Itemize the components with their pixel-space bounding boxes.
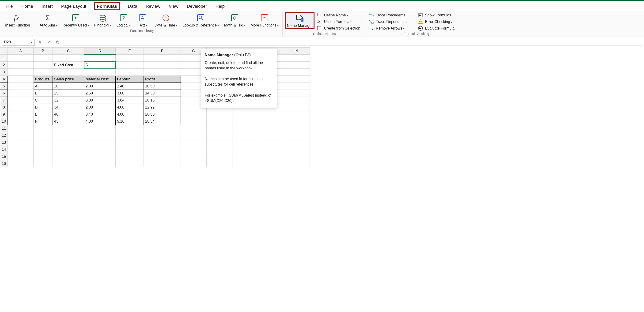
trace-dependents-button[interactable]: Trace Dependents [369, 19, 416, 24]
tab-home[interactable]: Home [20, 2, 34, 10]
cell[interactable]: 3.40 [84, 111, 116, 118]
cancel-icon[interactable]: ✕ [37, 40, 44, 45]
cell[interactable]: Profit [144, 76, 181, 83]
row-header[interactable]: 10 [0, 118, 8, 125]
cell[interactable]: B [34, 90, 53, 97]
cell[interactable]: 2.50 [84, 90, 116, 97]
cell[interactable]: 10.60 [144, 83, 181, 90]
row-header[interactable]: 6 [0, 90, 8, 97]
text-button[interactable]: A Text [134, 12, 151, 28]
row-header[interactable]: 12 [0, 132, 8, 139]
row-header[interactable]: 4 [0, 76, 8, 83]
cell[interactable]: Labour [116, 76, 144, 83]
row-header[interactable]: 2 [0, 62, 8, 69]
fx-icon-bar[interactable]: fx [54, 40, 60, 45]
cell[interactable]: 5 [84, 62, 116, 69]
cell[interactable]: 2.00 [84, 104, 116, 111]
tab-insert[interactable]: Insert [40, 2, 54, 10]
cell[interactable]: D [34, 104, 53, 111]
row-header[interactable]: 15 [0, 153, 8, 160]
cell[interactable]: 20 [53, 83, 84, 90]
enter-icon[interactable]: ✓ [46, 40, 52, 45]
cell[interactable]: 2.00 [84, 83, 116, 90]
cell[interactable]: 5.16 [116, 118, 144, 125]
create-from-selection-button[interactable]: Create from Selection [317, 26, 364, 31]
col-header[interactable]: A [8, 47, 34, 55]
evaluate-formula-button[interactable]: fxEvaluate Formula [418, 26, 465, 31]
more-functions-button[interactable]: More Functions [249, 12, 280, 28]
cell[interactable]: 32 [53, 97, 84, 104]
cell[interactable]: 26.80 [144, 111, 181, 118]
tab-review[interactable]: Review [145, 2, 161, 10]
define-name-button[interactable]: Define Name [317, 13, 364, 18]
row-header[interactable]: 5 [0, 83, 8, 90]
col-header[interactable]: E [116, 47, 144, 55]
row-header[interactable]: 3 [0, 69, 8, 76]
cell[interactable]: Fixed Cost [53, 62, 84, 69]
col-header[interactable]: D [84, 47, 116, 55]
cell[interactable]: 25 [53, 90, 84, 97]
cell[interactable]: C [34, 97, 53, 104]
row-header[interactable]: 14 [0, 146, 8, 153]
row-header[interactable]: 11 [0, 125, 8, 132]
financial-button[interactable]: Financial [93, 12, 112, 28]
cell[interactable]: 4.80 [116, 111, 144, 118]
insert-function-button[interactable]: fx Insert Function [4, 12, 32, 28]
cell[interactable]: Sales price [53, 76, 84, 83]
cell[interactable]: 14.50 [144, 90, 181, 97]
cell[interactable]: 40 [53, 111, 84, 118]
tab-formulas[interactable]: Formulas [94, 2, 120, 10]
group-label-formula-auditing: Formula Auditing [404, 31, 429, 37]
lookup-reference-button[interactable]: Lookup & Reference [181, 12, 220, 28]
col-header[interactable]: B [34, 47, 53, 55]
math-trig-button[interactable]: θ Math & Trig [222, 12, 247, 28]
row-header[interactable]: 9 [0, 111, 8, 118]
cell[interactable]: 22.92 [144, 104, 181, 111]
svg-text:!: ! [420, 21, 421, 23]
tab-help[interactable]: Help [214, 2, 226, 10]
tab-data[interactable]: Data [127, 2, 138, 10]
cell[interactable]: F [34, 118, 53, 125]
row-header[interactable]: 16 [0, 160, 8, 167]
trace-precedents-button[interactable]: Trace Precedents [369, 13, 416, 18]
tab-developer[interactable]: Developer [186, 2, 208, 10]
cell[interactable]: Material cost [84, 76, 116, 83]
star-book-icon: ★ [69, 13, 82, 22]
name-manager-button[interactable]: Name Manager [285, 12, 314, 29]
cell[interactable]: 2.40 [116, 83, 144, 90]
error-checking-button[interactable]: !Error Checking [418, 19, 465, 24]
tab-file[interactable]: File [5, 2, 14, 10]
cell[interactable]: Product [34, 76, 53, 83]
cell[interactable]: 4.30 [84, 118, 116, 125]
cell[interactable]: 34 [53, 104, 84, 111]
col-header[interactable]: F [144, 47, 181, 55]
show-formulas-button[interactable]: fxShow Formulas [418, 13, 465, 18]
cell[interactable]: 3.84 [116, 97, 144, 104]
cell[interactable]: 20.16 [144, 97, 181, 104]
row-header[interactable]: 8 [0, 104, 8, 111]
cell[interactable]: 28.54 [144, 118, 181, 125]
date-time-button[interactable]: Date & Time [153, 12, 179, 28]
autosum-button[interactable]: Σ AutoSum [38, 12, 59, 28]
cell[interactable]: A [34, 83, 53, 90]
cell[interactable]: 3.00 [84, 97, 116, 104]
row-header[interactable]: 13 [0, 139, 8, 146]
remove-arrows-button[interactable]: Remove Arrows [369, 26, 416, 31]
tab-page-layout[interactable]: Page Layout [60, 2, 87, 10]
row-header[interactable]: 1 [0, 55, 8, 62]
row-header[interactable]: 7 [0, 97, 8, 104]
tab-view[interactable]: View [168, 2, 180, 10]
math-trig-label: Math & Trig [224, 23, 245, 27]
cell[interactable]: 43 [53, 118, 84, 125]
svg-point-18 [264, 17, 265, 18]
cell[interactable]: 3.00 [116, 90, 144, 97]
col-header[interactable]: N [284, 47, 310, 55]
col-header[interactable]: C [53, 47, 84, 55]
cell[interactable]: 4.08 [116, 104, 144, 111]
logical-button[interactable]: ? Logical [115, 12, 132, 28]
formula-input[interactable] [62, 39, 642, 46]
cell[interactable]: E [34, 111, 53, 118]
name-box[interactable]: D28 ▾ [2, 39, 35, 46]
recently-used-button[interactable]: ★ Recently Used [61, 12, 90, 28]
use-in-formula-button[interactable]: fxUse in Formula [317, 19, 364, 24]
